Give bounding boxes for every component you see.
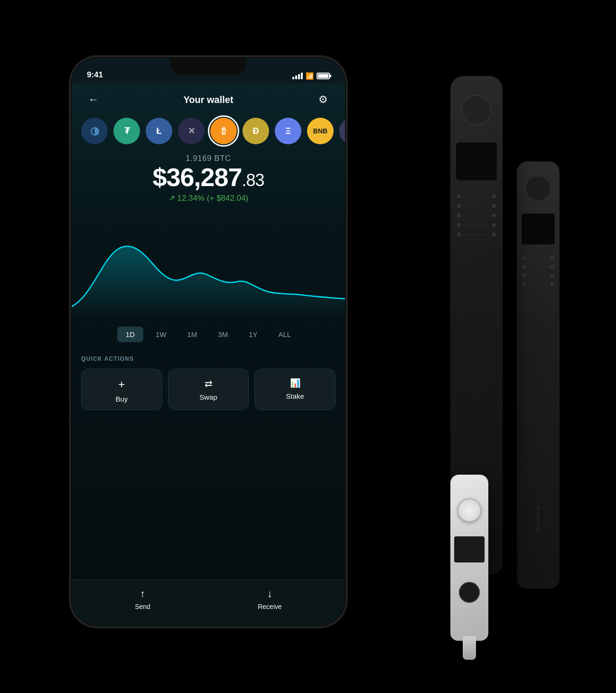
quick-actions-row: + Buy ⇄ Swap 📊 Stake: [81, 369, 336, 410]
coin-xrp[interactable]: ✕: [178, 118, 205, 144]
time-filter-1d[interactable]: 1D: [117, 327, 143, 342]
change-fiat: (+ $842.04): [207, 194, 248, 203]
time-filter-1y[interactable]: 1Y: [240, 327, 266, 342]
time-filter-bar: 1D 1W 1M 3M 1Y ALL: [72, 321, 345, 348]
quick-actions-section: QUICK ACTIONS + Buy ⇄ Swap 📊 Stake: [72, 348, 345, 416]
coin-tether[interactable]: ₮: [113, 118, 140, 144]
coin-algo[interactable]: A: [339, 118, 345, 144]
back-arrow-icon: ←: [88, 94, 99, 106]
coin-bnb[interactable]: BNB: [307, 118, 334, 144]
time-filter-all[interactable]: ALL: [270, 327, 300, 342]
fiat-balance: $36,287.83: [81, 163, 336, 191]
fiat-main: $36,287: [152, 163, 242, 191]
page-title: Your wallet: [183, 94, 233, 105]
balance-change: ↗ 12.34% (+ $842.04): [81, 193, 336, 203]
swap-label: Swap: [199, 393, 217, 401]
scene: 9:41 📶: [47, 38, 569, 655]
hw-device-2-label: Ethereum: [536, 506, 541, 533]
receive-icon: ↓: [267, 588, 272, 600]
balance-section: 1.9169 BTC $36,287.83 ↗ 12.34% (+ $842.0…: [72, 150, 345, 205]
buy-label: Buy: [115, 395, 128, 403]
send-icon: ↑: [140, 588, 145, 600]
hw-device-2-screen: [522, 214, 555, 244]
gear-icon: ⚙: [318, 94, 328, 106]
price-chart: [72, 213, 345, 317]
swap-button[interactable]: ⇄ Swap: [168, 369, 249, 410]
receive-button[interactable]: ↓ Receive: [258, 588, 282, 610]
receive-label: Receive: [258, 603, 282, 610]
status-icons: 📶: [292, 72, 330, 80]
chart-svg: [72, 213, 345, 317]
bottom-action-bar: ↑ Send ↓ Receive: [72, 580, 345, 626]
hw-device-1-screen: [456, 142, 497, 180]
change-pct: ↗ 12.34%: [168, 194, 205, 203]
time-filter-1m[interactable]: 1M: [178, 327, 205, 342]
back-button[interactable]: ←: [85, 91, 102, 108]
stake-button[interactable]: 📊 Stake: [254, 369, 336, 410]
stake-icon: 📊: [290, 378, 300, 388]
coin-bitcoin[interactable]: ₿: [210, 118, 237, 144]
coin-ethereum[interactable]: Ξ: [275, 118, 301, 144]
coin-litecoin[interactable]: Ł: [146, 118, 172, 144]
buy-icon: +: [118, 378, 125, 391]
nano-usb-connector: [463, 636, 476, 660]
crypto-amount: 1.9169 BTC: [81, 154, 336, 163]
coin-dogecoin[interactable]: Ð: [243, 118, 269, 144]
crypto-selector-row[interactable]: ◑ ₮ Ł ✕ ₿ Ð: [72, 114, 345, 150]
send-button[interactable]: ↑ Send: [135, 588, 150, 610]
time-filter-3m[interactable]: 3M: [209, 327, 236, 342]
settings-button[interactable]: ⚙: [315, 91, 332, 108]
phone-screen: 9:41 📶: [72, 58, 345, 626]
send-label: Send: [135, 603, 150, 610]
screen-header: ← Your wallet ⚙: [72, 84, 345, 114]
wallet-screen: ← Your wallet ⚙ ◑ ₮ Ł: [72, 84, 345, 626]
coin-partial[interactable]: ◑: [81, 118, 108, 144]
nano-screen: [454, 536, 485, 562]
swap-icon: ⇄: [205, 378, 213, 389]
status-time: 9:41: [87, 70, 103, 80]
stake-label: Stake: [286, 392, 304, 400]
nano-main-button: [457, 498, 481, 522]
nano-circle-button: [459, 582, 480, 603]
signal-icon: [292, 73, 303, 79]
buy-button[interactable]: + Buy: [81, 369, 162, 410]
time-filter-1w[interactable]: 1W: [147, 327, 175, 342]
nano-body: [450, 475, 488, 641]
phone-notch: [170, 58, 246, 75]
quick-actions-label: QUICK ACTIONS: [81, 356, 336, 362]
fiat-cents: .83: [242, 170, 264, 190]
phone-device: 9:41 📶: [71, 57, 346, 627]
battery-icon: [317, 73, 330, 79]
hw-device-1-buttons: [450, 195, 503, 236]
hw-device-2-buttons: [517, 256, 560, 286]
wifi-icon: 📶: [306, 72, 314, 80]
hardware-device-3: [436, 460, 531, 641]
